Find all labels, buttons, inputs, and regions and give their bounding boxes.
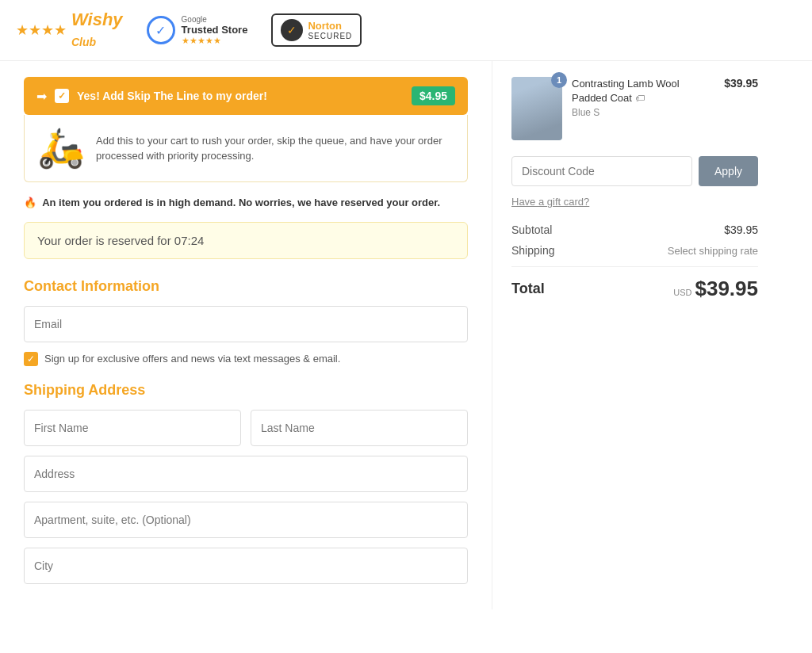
skip-scooter-icon: 🛵 <box>37 126 85 170</box>
google-label: Google <box>182 15 248 24</box>
newsletter-checkbox[interactable]: ✓ <box>24 352 38 366</box>
product-variant: Blue S <box>572 107 714 118</box>
address-field[interactable] <box>24 456 468 492</box>
product-price: $39.95 <box>724 77 758 90</box>
wishy-club-logo: ★★★★ WishyClub <box>16 10 123 51</box>
discount-code-input[interactable] <box>511 156 692 186</box>
total-currency: USD <box>673 288 691 297</box>
timer-text: Your order is reserved for 07:24 <box>37 234 204 247</box>
product-name: Contrasting Lamb Wool Padded Coat 🏷 <box>572 77 714 105</box>
norton-badge: ✓ Norton SECURED <box>271 13 362 47</box>
first-name-field[interactable] <box>24 410 241 446</box>
alert-fire-icon: 🔥 <box>24 197 36 208</box>
shipping-title: Shipping Address <box>24 382 468 399</box>
email-field[interactable] <box>24 306 468 342</box>
product-image-wrap: 1 <box>511 77 562 140</box>
shipping-value: Select shipping rate <box>668 245 758 257</box>
trusted-check-icon: ✓ <box>147 16 175 44</box>
skip-checkbox[interactable]: ✓ <box>55 89 69 103</box>
header: ★★★★ WishyClub ✓ Google Trusted Store ★★… <box>0 0 812 61</box>
skip-price: $4.95 <box>412 86 455 105</box>
last-name-field[interactable] <box>251 410 468 446</box>
norton-brand-label: Norton <box>308 20 352 32</box>
skip-label: Yes! Add Skip The Line to my order! <box>77 90 267 102</box>
logo-text: WishyClub <box>71 10 123 51</box>
logo-stars: ★★★★ <box>16 21 67 39</box>
alert-message: An item you ordered is in high demand. N… <box>42 197 440 208</box>
page-wrapper: ★★★★ WishyClub ✓ Google Trusted Store ★★… <box>0 0 812 609</box>
contact-title: Contact Information <box>24 278 468 295</box>
trusted-stars: ★★★★★ <box>182 36 248 46</box>
skip-arrow-icon: ➡ <box>36 89 47 104</box>
norton-secured-label: SECURED <box>308 32 352 40</box>
apartment-field[interactable] <box>24 502 468 538</box>
subtotal-label: Subtotal <box>511 223 552 236</box>
product-quantity-badge: 1 <box>551 72 567 88</box>
trusted-store-badge: ✓ Google Trusted Store ★★★★★ <box>147 15 248 46</box>
total-label: Total <box>511 281 545 297</box>
trusted-store-label: Trusted Store <box>182 24 248 36</box>
product-info: Contrasting Lamb Wool Padded Coat 🏷 Blue… <box>572 77 714 118</box>
gift-card-link[interactable]: Have a gift card? <box>511 196 758 208</box>
total-price-wrap: USD $39.95 <box>673 277 758 301</box>
right-panel: 1 Contrasting Lamb Wool Padded Coat 🏷 Bl… <box>492 61 777 609</box>
skip-banner[interactable]: ➡ ✓ Yes! Add Skip The Line to my order! … <box>24 77 468 115</box>
tag-icon: 🏷 <box>635 93 645 104</box>
alert-box: 🔥 An item you ordered is in high demand.… <box>24 195 468 211</box>
skip-detail: 🛵 Add this to your cart to rush your ord… <box>24 115 468 182</box>
price-divider <box>511 266 758 267</box>
subtotal-row: Subtotal $39.95 <box>511 223 758 236</box>
total-row: Total USD $39.95 <box>511 277 758 301</box>
total-price: $39.95 <box>695 277 758 301</box>
trusted-text: Google Trusted Store ★★★★★ <box>182 15 248 46</box>
norton-check-icon: ✓ <box>281 19 303 41</box>
newsletter-checkbox-row[interactable]: ✓ Sign up for exclusive offers and news … <box>24 352 468 366</box>
discount-row: Apply <box>511 156 758 186</box>
shipping-row: Shipping Select shipping rate <box>511 244 758 257</box>
apply-button[interactable]: Apply <box>699 156 758 186</box>
name-row <box>24 410 468 446</box>
city-field[interactable] <box>24 548 468 584</box>
subtotal-value: $39.95 <box>724 223 758 236</box>
skip-description: Add this to your cart to rush your order… <box>96 133 454 164</box>
main-content: ➡ ✓ Yes! Add Skip The Line to my order! … <box>0 61 812 609</box>
left-panel: ➡ ✓ Yes! Add Skip The Line to my order! … <box>0 61 492 609</box>
checkbox-check: ✓ <box>58 90 66 101</box>
norton-text: Norton SECURED <box>308 20 352 40</box>
product-item: 1 Contrasting Lamb Wool Padded Coat 🏷 Bl… <box>511 77 758 140</box>
shipping-label: Shipping <box>511 244 555 257</box>
skip-banner-left: ➡ ✓ Yes! Add Skip The Line to my order! <box>36 89 267 104</box>
newsletter-label: Sign up for exclusive offers and news vi… <box>44 353 340 365</box>
timer-box: Your order is reserved for 07:24 <box>24 222 468 259</box>
